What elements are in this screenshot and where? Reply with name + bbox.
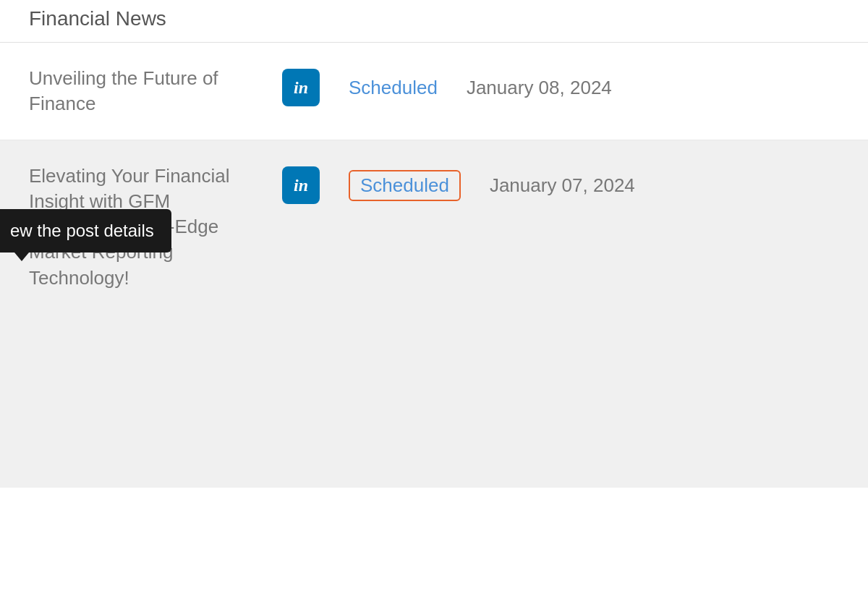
post-row-1: Unveiling the Future of Finance in Sched… [0,43,868,140]
status-badge-2[interactable]: Scheduled [349,170,461,201]
linkedin-logo-text-1: in [294,78,308,98]
post-title-1: Unveiling the Future of Finance [29,66,239,116]
linkedin-icon-2[interactable]: in [282,166,320,204]
top-header-row: Financial News [0,0,868,43]
tooltip: ew the post details [0,209,171,253]
post-row-2: Elevating Your Financial Insight with GF… [0,140,868,488]
status-badge-1[interactable]: Scheduled [349,77,438,99]
row1-meta: in Scheduled January 08, 2024 [282,66,612,106]
date-2: January 07, 2024 [490,174,635,197]
linkedin-logo-text-2: in [294,176,308,195]
linkedin-icon-1[interactable]: in [282,69,320,106]
top-section-title: Financial News [29,7,166,30]
row2-meta: in Scheduled January 07, 2024 [282,164,635,204]
page-container: Financial News Unveiling the Future of F… [0,0,868,594]
tooltip-text: ew the post details [10,221,154,240]
date-1: January 08, 2024 [467,77,612,99]
